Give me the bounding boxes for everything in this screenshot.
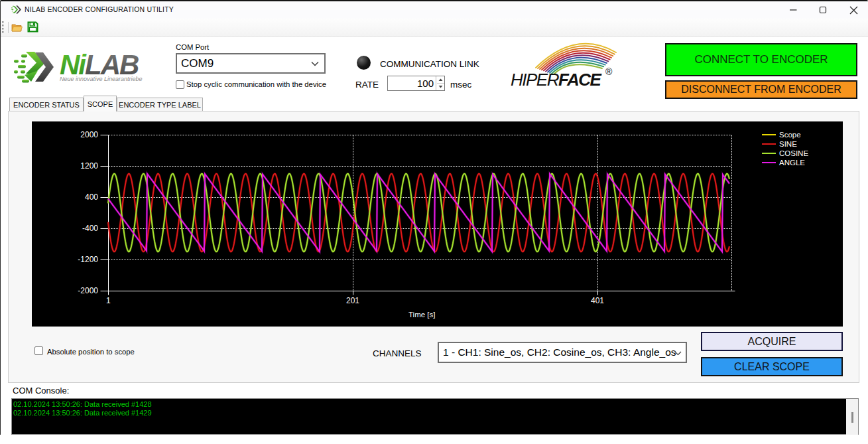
svg-text:SINE: SINE (779, 140, 797, 148)
svg-text:-1200: -1200 (78, 255, 98, 264)
svg-text:Scope: Scope (779, 131, 801, 139)
svg-text:1: 1 (106, 296, 111, 305)
svg-text:-400: -400 (82, 224, 98, 233)
svg-text:401: 401 (591, 296, 604, 305)
svg-text:COSINE: COSINE (779, 149, 808, 157)
svg-text:2000: 2000 (80, 130, 98, 139)
svg-text:Time [s]: Time [s] (408, 311, 435, 319)
svg-text:®: ® (605, 66, 613, 77)
svg-text:Neue innovative Linearantriebe: Neue innovative Linearantriebe (60, 76, 143, 82)
svg-text:201: 201 (346, 296, 359, 305)
svg-text:1200: 1200 (80, 161, 98, 171)
svg-text:-2000: -2000 (78, 286, 98, 295)
svg-text:HIPERFACE: HIPERFACE (511, 70, 601, 90)
svg-text:400: 400 (85, 192, 98, 202)
svg-text:ANGLE: ANGLE (779, 159, 805, 167)
